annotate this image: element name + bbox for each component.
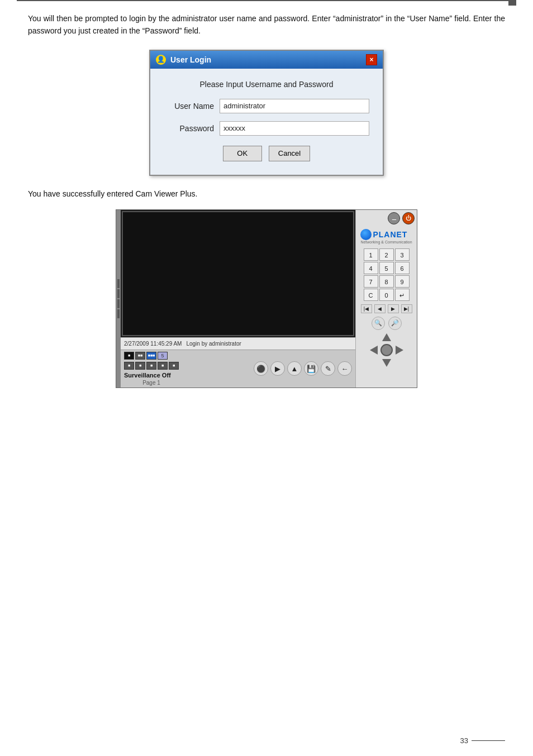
username-label: User Name [164, 102, 220, 111]
brand-name: PLANET [373, 230, 407, 239]
cam-bottom-bar: ■ ■■ ■■■ 5 ■ ■ ■ ■ ■ [121, 350, 355, 387]
cam-login-info: Login by administrator [186, 341, 241, 347]
alert-action-icon[interactable]: ▲ [287, 361, 302, 376]
strip-mark [117, 299, 120, 308]
numpad-clear[interactable]: C [364, 289, 378, 301]
power-button[interactable]: ⏻ [402, 212, 415, 224]
dialog-title: User Login [170, 55, 211, 64]
user-login-dialog: 👤 User Login × Please Input Username and… [149, 50, 384, 176]
back-action-icon[interactable]: ← [337, 361, 352, 376]
nav-last[interactable]: ▶| [401, 304, 412, 313]
cam-top-controls: ⚊ ⏻ [358, 212, 415, 224]
surveillance-label: Surveillance Off [124, 372, 171, 379]
cam-action-icons: ⚫ ▶ ▲ 💾 ✎ ← [254, 361, 352, 376]
ptz-up-arrow[interactable] [382, 333, 391, 341]
zoom-in-button[interactable]: 🔍 [372, 317, 385, 330]
nav-first[interactable]: |◀ [361, 304, 372, 313]
cam-datetime: 2/27/2009 11:45:29 AM [124, 341, 182, 347]
numpad-0[interactable]: 0 [379, 289, 394, 301]
cam-nav-row: |◀ ◀ ▶ ▶| [361, 304, 412, 313]
layout-4-icon[interactable]: 5 [158, 352, 168, 360]
titlebar-left: 👤 User Login [156, 55, 211, 65]
cam-left-strip [116, 210, 121, 387]
record-action-icon[interactable]: 💾 [304, 361, 318, 376]
zoom-out-button[interactable]: 🔎 [388, 317, 402, 330]
play-action-icon[interactable]: ▶ [270, 361, 285, 376]
page-number-line [472, 740, 505, 741]
page-number-area: 33 [460, 736, 505, 745]
ptz-right-arrow[interactable] [396, 346, 403, 355]
numpad-1[interactable]: 1 [364, 248, 378, 261]
dialog-wrapper: 👤 User Login × Please Input Username and… [28, 50, 505, 176]
cam-layout-icons-bottom: ■ ■ ■ ■ ■ [124, 362, 179, 370]
cam-right-panel: ⚊ ⏻ PLANET Networking & Communication 1 … [355, 210, 417, 387]
cam-layout-icons-top: ■ ■■ ■■■ 5 [124, 352, 179, 360]
cam-statusbar: 2/27/2009 11:45:29 AM Login by administr… [121, 337, 355, 350]
layout-custom3-icon[interactable]: ■ [146, 362, 156, 370]
layout-custom2-icon[interactable]: ■ [135, 362, 145, 370]
user-icon: 👤 [156, 55, 166, 65]
strip-mark [117, 309, 120, 318]
brand-sub: Networking & Communication [360, 240, 412, 244]
strip-mark [117, 289, 120, 298]
cancel-button[interactable]: Cancel [269, 146, 310, 161]
numpad-9[interactable]: 9 [395, 275, 410, 288]
dialog-titlebar: 👤 User Login × [150, 51, 383, 69]
ok-button[interactable]: OK [223, 146, 262, 161]
ptz-down-arrow[interactable] [382, 359, 391, 367]
page-number-text: 33 [460, 736, 468, 745]
ptz-center[interactable] [380, 344, 393, 356]
layout-custom4-icon[interactable]: ■ [158, 362, 168, 370]
username-input[interactable] [220, 99, 369, 113]
cam-video-area [122, 211, 354, 336]
cam-numpad: 1 2 3 4 5 6 7 8 9 C 0 ↵ [364, 248, 410, 301]
intro-paragraph: You will then be prompted to login by th… [28, 12, 505, 37]
numpad-3[interactable]: 3 [395, 248, 410, 261]
password-label: Password [164, 124, 220, 133]
layout-custom1-icon[interactable]: ■ [124, 362, 134, 370]
minimize-button[interactable]: ⚊ [388, 212, 400, 224]
numpad-8[interactable]: 8 [379, 275, 394, 288]
success-paragraph: You have successfully entered Cam Viewer… [28, 189, 505, 198]
username-field-row: User Name [164, 99, 369, 113]
cam-ptz-pad [370, 333, 403, 367]
camviewer: 2/27/2009 11:45:29 AM Login by administr… [116, 209, 417, 388]
nav-prev[interactable]: ◀ [374, 304, 386, 313]
camviewer-wrapper: 2/27/2009 11:45:29 AM Login by administr… [28, 209, 505, 388]
numpad-7[interactable]: 7 [364, 275, 378, 288]
layout-2x2-icon[interactable]: ■■ [135, 352, 145, 360]
numpad-5[interactable]: 5 [379, 262, 394, 274]
numpad-6[interactable]: 6 [395, 262, 410, 274]
page-label: Page 1 [124, 380, 179, 386]
cam-main: 2/27/2009 11:45:29 AM Login by administr… [121, 210, 355, 387]
password-field-row: Password [164, 121, 369, 136]
layout-custom5-icon[interactable]: ■ [169, 362, 179, 370]
close-button[interactable]: × [366, 54, 377, 65]
nav-next[interactable]: ▶ [388, 304, 399, 313]
planet-logo: PLANET Networking & Communication [360, 229, 412, 244]
numpad-4[interactable]: 4 [364, 262, 378, 274]
layout-3x3-icon[interactable]: ■■■ [146, 352, 156, 360]
layout-1x1-icon[interactable]: ■ [124, 352, 134, 360]
ptz-left-arrow[interactable] [370, 346, 378, 355]
settings-action-icon[interactable]: ✎ [321, 361, 335, 376]
strip-mark [117, 279, 120, 288]
numpad-2[interactable]: 2 [379, 248, 394, 261]
dialog-body: Please Input Username and Password User … [150, 69, 383, 175]
dialog-buttons: OK Cancel [164, 146, 369, 164]
power-action-icon[interactable]: ⚫ [254, 361, 268, 376]
numpad-enter[interactable]: ↵ [395, 289, 410, 301]
dialog-prompt: Please Input Username and Password [164, 80, 369, 89]
password-input[interactable] [220, 121, 369, 136]
